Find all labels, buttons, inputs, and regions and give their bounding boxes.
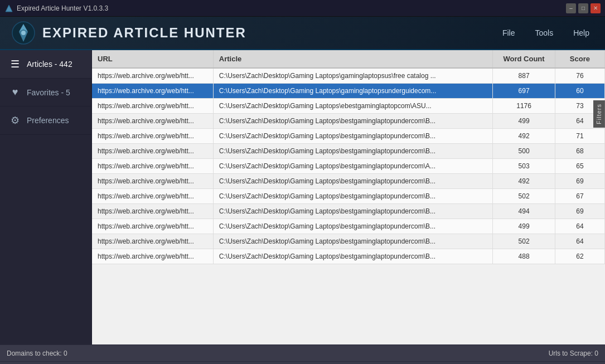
sidebar-item-favorites[interactable]: ♥ Favorites - 5: [0, 79, 91, 106]
cell-article: C:\Users\Zach\Desktop\Gaming Laptops\bes…: [213, 129, 493, 144]
articles-icon: ☰: [9, 58, 21, 70]
table-body: https://web.archive.org/web/htt... C:\Us…: [92, 68, 605, 264]
title-text: Expired Article Hunter V1.0.3.3: [17, 4, 108, 12]
title-bar: Expired Article Hunter V1.0.3.3 – □ ✕: [0, 0, 605, 17]
cell-wordcount: 492: [493, 174, 555, 189]
cell-score: 67: [555, 189, 604, 204]
sidebar-item-articles[interactable]: ☰ Articles - 442: [0, 50, 91, 79]
cell-url: https://web.archive.org/web/htt...: [92, 99, 213, 114]
cell-wordcount: 502: [493, 234, 555, 249]
sidebar-label-articles: Articles - 442: [27, 60, 72, 69]
cell-article: C:\Users\Zach\Desktop\Gaming Laptops\gam…: [213, 68, 493, 84]
preferences-icon: ⚙: [9, 114, 21, 127]
cell-wordcount: 1176: [493, 99, 555, 114]
domains-row: Domains to check: 0 Urls to Scrape: 0: [0, 345, 605, 362]
cell-wordcount: 502: [493, 189, 555, 204]
table-row[interactable]: https://web.archive.org/web/htt... C:\Us…: [92, 144, 605, 159]
table-row[interactable]: https://web.archive.org/web/htt... C:\Us…: [92, 189, 605, 204]
cell-wordcount: 492: [493, 129, 555, 144]
logo-area: EXPIRED ARTICLE HUNTER: [11, 21, 246, 45]
table-row[interactable]: https://web.archive.org/web/htt... C:\Us…: [92, 204, 605, 219]
minimize-button[interactable]: –: [566, 3, 576, 13]
table-row[interactable]: https://web.archive.org/web/htt... C:\Us…: [92, 249, 605, 264]
cell-url: https://web.archive.org/web/htt...: [92, 114, 213, 129]
cell-wordcount: 887: [493, 68, 555, 84]
filters-tab[interactable]: Filters: [593, 100, 605, 128]
cell-url: https://web.archive.org/web/htt...: [92, 174, 213, 189]
cell-score: 71: [555, 129, 604, 144]
cell-article: C:\Users\Zach\Desktop\Gaming Laptops\bes…: [213, 159, 493, 174]
cell-wordcount: 500: [493, 144, 555, 159]
cell-wordcount: 488: [493, 249, 555, 264]
app-title: EXPIRED ARTICLE HUNTER: [42, 25, 246, 41]
articles-table: URL Article Word Count Score https://web…: [92, 50, 605, 264]
cell-url: https://web.archive.org/web/htt...: [92, 68, 213, 84]
cell-url: https://web.archive.org/web/htt...: [92, 204, 213, 219]
table-container: URL Article Word Count Score https://web…: [92, 50, 605, 344]
cell-article: C:\Users\Zach\Desktop\Gaming Laptops\gam…: [213, 84, 493, 99]
cell-article: C:\Users\Zach\Desktop\Gaming Laptops\bes…: [213, 174, 493, 189]
cell-article: C:\Users\Zach\Desktop\Gaming Laptops\bes…: [213, 144, 493, 159]
cell-score: 68: [555, 144, 604, 159]
cell-url: https://web.archive.org/web/htt...: [92, 219, 213, 234]
cell-wordcount: 499: [493, 219, 555, 234]
cell-url: https://web.archive.org/web/htt...: [92, 234, 213, 249]
cell-wordcount: 494: [493, 204, 555, 219]
sidebar: ☰ Articles - 442 ♥ Favorites - 5 ⚙ Prefe…: [0, 50, 92, 344]
table-row[interactable]: https://web.archive.org/web/htt... C:\Us…: [92, 219, 605, 234]
action-row: Hunt Stop Add Expired Domains ▼ Clear: [0, 362, 605, 364]
cell-score: 64: [555, 219, 604, 234]
col-header-url: URL: [92, 50, 213, 68]
header-menu: File Tools Help: [498, 26, 594, 40]
title-bar-title: Expired Article Hunter V1.0.3.3: [4, 4, 108, 13]
col-header-article: Article: [213, 50, 493, 68]
col-header-wordcount: Word Count: [493, 50, 555, 68]
close-button[interactable]: ✕: [591, 3, 601, 13]
menu-help[interactable]: Help: [569, 26, 594, 40]
svg-point-4: [21, 31, 26, 35]
cell-url: https://web.archive.org/web/htt...: [92, 144, 213, 159]
cell-score: 69: [555, 174, 604, 189]
menu-file[interactable]: File: [498, 26, 520, 40]
maximize-button[interactable]: □: [578, 3, 588, 13]
menu-tools[interactable]: Tools: [531, 26, 558, 40]
urls-label: Urls to Scrape: 0: [549, 350, 598, 357]
svg-marker-0: [6, 5, 12, 12]
sidebar-item-preferences[interactable]: ⚙ Preferences: [0, 106, 91, 135]
cell-article: C:\Users\Zach\Desktop\Gaming Laptops\bes…: [213, 219, 493, 234]
cell-url: https://web.archive.org/web/htt...: [92, 159, 213, 174]
table-row[interactable]: https://web.archive.org/web/htt... C:\Us…: [92, 174, 605, 189]
cell-wordcount: 499: [493, 114, 555, 129]
table-row[interactable]: https://web.archive.org/web/htt... C:\Us…: [92, 129, 605, 144]
cell-article: C:\Users\Zach\Desktop\Gaming Laptops\bes…: [213, 114, 493, 129]
cell-article: C:\Users\Zach\Desktop\Gaming Laptops\bes…: [213, 234, 493, 249]
cell-url: https://web.archive.org/web/htt...: [92, 129, 213, 144]
main-layout: ☰ Articles - 442 ♥ Favorites - 5 ⚙ Prefe…: [0, 50, 605, 344]
table-header-row: URL Article Word Count Score: [92, 50, 605, 68]
app-header: EXPIRED ARTICLE HUNTER File Tools Help: [0, 17, 605, 50]
table-row[interactable]: https://web.archive.org/web/htt... C:\Us…: [92, 159, 605, 174]
cell-score: 60: [555, 84, 604, 99]
cell-url: https://web.archive.org/web/htt...: [92, 84, 213, 99]
cell-score: 76: [555, 68, 604, 84]
cell-article: C:\Users\Zach\Desktop\Gaming Laptops\bes…: [213, 204, 493, 219]
sidebar-label-favorites: Favorites - 5: [27, 88, 70, 97]
cell-score: 64: [555, 234, 604, 249]
logo-icon: [11, 21, 36, 45]
table-row[interactable]: https://web.archive.org/web/htt... C:\Us…: [92, 99, 605, 114]
app-small-icon: [4, 4, 13, 13]
cell-score: 69: [555, 204, 604, 219]
window-controls: – □ ✕: [566, 3, 601, 13]
content-area: Filters URL Article Word Count Score htt…: [92, 50, 605, 344]
cell-score: 62: [555, 249, 604, 264]
cell-article: C:\Users\Zach\Desktop\Gaming Laptops\bes…: [213, 249, 493, 264]
table-row[interactable]: https://web.archive.org/web/htt... C:\Us…: [92, 84, 605, 99]
table-row[interactable]: https://web.archive.org/web/htt... C:\Us…: [92, 68, 605, 84]
col-header-score: Score: [555, 50, 604, 68]
table-row[interactable]: https://web.archive.org/web/htt... C:\Us…: [92, 114, 605, 129]
cell-url: https://web.archive.org/web/htt...: [92, 249, 213, 264]
table-row[interactable]: https://web.archive.org/web/htt... C:\Us…: [92, 234, 605, 249]
cell-score: 65: [555, 159, 604, 174]
cell-article: C:\Users\Zach\Desktop\Gaming Laptops\bes…: [213, 189, 493, 204]
domains-label: Domains to check: 0: [7, 350, 67, 357]
